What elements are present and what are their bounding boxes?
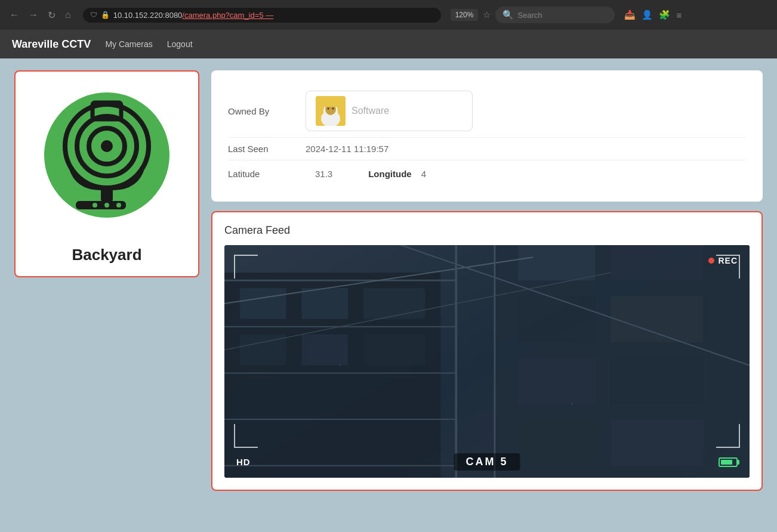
home-button[interactable]: ⌂ <box>63 7 73 23</box>
corner-br-bracket <box>716 424 740 448</box>
owned-by-label: Owned By <box>228 106 306 116</box>
svg-rect-21 <box>240 288 286 319</box>
feed-title: Camera Feed <box>224 224 750 237</box>
svg-rect-34 <box>610 245 703 280</box>
owned-by-row: Owned By <box>228 85 746 138</box>
svg-point-9 <box>104 203 109 208</box>
longitude-group: Longitude 4 <box>368 169 426 179</box>
browser-toolbar: 📥 👤 🧩 ≡ <box>624 10 682 20</box>
profile-icon[interactable]: 👤 <box>642 10 653 20</box>
forward-button[interactable]: → <box>26 7 41 23</box>
rec-dot <box>708 258 714 264</box>
bookmark-icon[interactable]: ☆ <box>483 10 491 20</box>
extensions-icon[interactable]: 🧩 <box>659 10 670 20</box>
svg-rect-25 <box>363 288 426 319</box>
svg-rect-22 <box>301 288 348 319</box>
search-placeholder: Search <box>517 11 542 20</box>
svg-point-10 <box>116 203 121 208</box>
svg-rect-6 <box>101 188 113 201</box>
latitude-group: Latitude 31.3 <box>228 169 332 179</box>
svg-point-8 <box>92 203 97 208</box>
camera-card: Backyard <box>14 70 199 277</box>
last-seen-value: 2024-12-11 11:19:57 <box>306 144 388 154</box>
refresh-button[interactable]: ↻ <box>45 7 58 23</box>
svg-rect-37 <box>518 358 595 404</box>
svg-point-46 <box>340 364 341 366</box>
browser-chrome: ← → ↻ ⌂ 🛡 🔒 10.10.152.220:8080/camera.ph… <box>0 0 777 30</box>
shield-icon: 🛡 <box>90 11 97 19</box>
latitude-value: 31.3 <box>315 169 332 179</box>
info-card: Owned By <box>211 70 763 202</box>
pocket-icon[interactable]: 📥 <box>624 10 636 20</box>
longitude-label: Longitude <box>368 169 411 179</box>
camera-feed-card: Camera Feed <box>211 211 763 491</box>
lock-icon: 🔒 <box>101 11 110 19</box>
avatar-svg <box>316 96 346 126</box>
app-nav: Wareville CCTV My Cameras Logout <box>0 30 777 58</box>
camera-icon-container <box>29 83 184 239</box>
svg-rect-26 <box>363 335 426 366</box>
corner-bl-bracket <box>234 424 258 448</box>
menu-icon[interactable]: ≡ <box>676 10 682 20</box>
search-icon: 🔍 <box>502 10 514 20</box>
nav-my-cameras[interactable]: My Cameras <box>105 39 152 49</box>
svg-point-17 <box>328 108 329 110</box>
svg-rect-39 <box>518 419 595 466</box>
owner-badge: Software <box>306 91 473 131</box>
address-bar[interactable]: 🛡 🔒 10.10.152.220:8080/camera.php?cam_id… <box>83 8 441 23</box>
search-bar[interactable]: 🔍 Search <box>495 7 615 23</box>
nav-logout[interactable]: Logout <box>167 39 193 49</box>
svg-rect-38 <box>610 358 703 404</box>
svg-point-4 <box>101 140 113 152</box>
back-button[interactable]: ← <box>7 7 21 23</box>
svg-rect-40 <box>610 419 703 466</box>
owner-name: Software <box>352 106 389 116</box>
svg-rect-24 <box>301 335 348 366</box>
last-seen-label: Last Seen <box>228 144 306 154</box>
svg-point-48 <box>571 403 573 405</box>
last-seen-row: Last Seen 2024-12-11 11:19:57 <box>228 138 746 160</box>
feed-viewport: REC HD CAM 5 <box>224 245 750 478</box>
rec-label: REC <box>718 256 738 265</box>
webcam-icon <box>35 89 178 233</box>
longitude-value: 4 <box>421 169 426 179</box>
latitude-label: Latitude <box>228 169 306 179</box>
camera-name: Backyard <box>72 246 141 264</box>
battery-level <box>721 460 732 465</box>
battery-icon <box>719 457 738 467</box>
svg-rect-35 <box>518 296 595 342</box>
svg-rect-36 <box>610 296 703 342</box>
hd-label: HD <box>236 457 251 467</box>
url-display: 10.10.152.220:8080/camera.php?cam_id=5 — <box>113 11 434 20</box>
right-panel: Owned By <box>211 70 763 491</box>
cam-label: CAM 5 <box>454 453 520 471</box>
app-title: Wareville CCTV <box>12 38 91 51</box>
svg-rect-16 <box>324 101 337 107</box>
feed-background <box>224 245 750 478</box>
rec-badge: REC <box>708 256 738 265</box>
corner-tl-bracket <box>234 255 258 279</box>
main-content: Backyard Owned By <box>0 58 777 503</box>
owner-avatar <box>316 96 346 126</box>
lat-lng-row: Latitude 31.3 Longitude 4 <box>228 160 746 187</box>
svg-point-18 <box>332 108 334 110</box>
zoom-level: 120% <box>451 9 479 21</box>
svg-rect-33 <box>518 245 595 280</box>
battery-indicator <box>719 457 738 467</box>
